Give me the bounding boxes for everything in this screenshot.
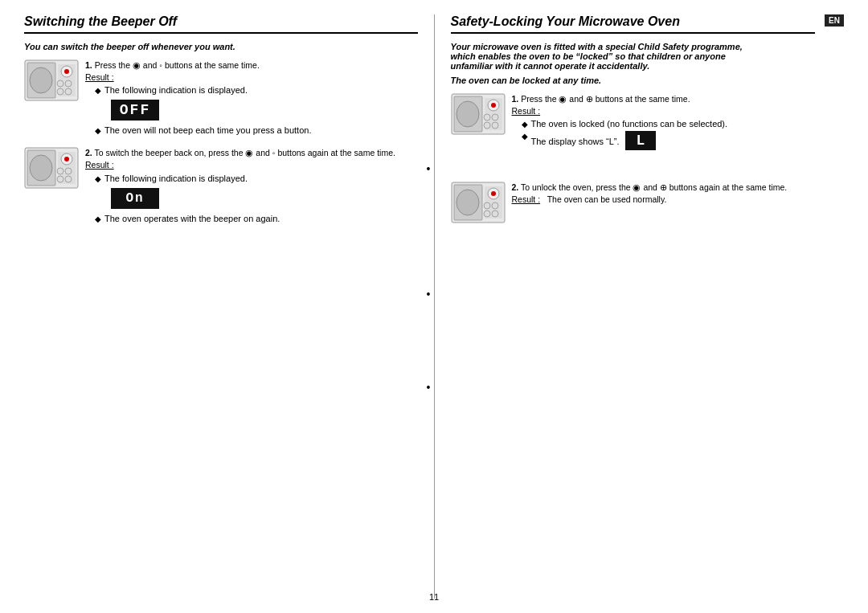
- svg-point-32: [457, 190, 479, 215]
- right-s1-bullet1: ◆ The oven is locked (no functions can b…: [522, 119, 845, 129]
- svg-point-18: [57, 176, 63, 182]
- step2-number: 2.: [85, 148, 92, 157]
- right-step2-number: 2.: [512, 182, 519, 192]
- svg-point-8: [57, 88, 63, 95]
- svg-point-16: [57, 168, 63, 174]
- diamond-icon-1: ◆: [95, 86, 101, 95]
- diamond-icon-4: ◆: [95, 215, 101, 223]
- diamond-icon-5: ◆: [522, 120, 528, 129]
- svg-point-27: [492, 114, 498, 121]
- right-s1-bullet2: ◆ The display shows “L”. L: [522, 131, 845, 150]
- svg-point-37: [492, 202, 498, 209]
- svg-point-29: [492, 122, 498, 129]
- svg-point-5: [64, 69, 69, 74]
- display-off-text: OFF: [111, 100, 159, 121]
- right-step1-text: 1. Press the ◉ and ⊕ buttons at the same…: [512, 93, 845, 116]
- bullet-dot-1: •: [427, 162, 821, 175]
- svg-point-19: [65, 176, 72, 182]
- svg-point-36: [484, 202, 490, 209]
- result-label-2: Result :: [85, 160, 114, 170]
- svg-point-2: [30, 67, 52, 93]
- diamond-icon-6: ◆: [522, 132, 528, 141]
- display-on-text: Оn: [111, 188, 159, 209]
- left-s2-bullet2: ◆ The oven operates with the beeper on a…: [95, 214, 418, 223]
- svg-point-12: [30, 155, 52, 181]
- left-step1-text: 1. Press the ◉ and ◦ buttons at the same…: [85, 59, 418, 83]
- right-step2-text: 2. To unlock the oven, press the ◉ and ⊕…: [512, 182, 845, 205]
- right-step2-content: 2. To unlock the oven, press the ◉ and ⊕…: [512, 182, 845, 205]
- svg-point-25: [491, 103, 496, 108]
- microwave-image-1: [24, 59, 79, 101]
- left-step2-text: 2. To switch the beeper back on, press t…: [85, 147, 418, 170]
- right-step1: 1. Press the ◉ and ⊕ buttons at the same…: [451, 93, 845, 153]
- svg-point-17: [65, 168, 72, 174]
- display-on: Оn: [101, 186, 418, 211]
- left-step2-content: 2. To switch the beeper back on, press t…: [85, 147, 418, 225]
- left-s1-bullet2: ◆ The oven will not beep each time you p…: [95, 125, 418, 135]
- svg-point-6: [57, 80, 63, 87]
- svg-point-15: [64, 157, 69, 161]
- display-l-text: L: [625, 131, 657, 150]
- right-subtitle: The oven can be locked at any time.: [451, 76, 845, 85]
- svg-point-39: [492, 210, 498, 217]
- left-step1: 1. Press the ◉ and ◦ buttons at the same…: [24, 59, 418, 137]
- right-header: Safety-Locking Your Microwave Oven EN: [451, 14, 845, 34]
- right-step2: 2. To unlock the oven, press the ◉ and ⊕…: [451, 182, 845, 223]
- svg-point-26: [484, 114, 490, 121]
- page-number: 11: [429, 592, 439, 602]
- svg-point-22: [457, 101, 479, 127]
- diamond-icon-3: ◆: [95, 174, 101, 183]
- left-section-title: Switching the Beeper Off: [24, 14, 418, 34]
- right-step1-content: 1. Press the ◉ and ⊕ buttons at the same…: [512, 93, 845, 153]
- left-s2-bullet1: ◆ The following indication is displayed.: [95, 174, 418, 183]
- display-off: OFF: [101, 97, 418, 123]
- svg-point-7: [65, 80, 72, 87]
- right-column: Safety-Locking Your Microwave Oven EN Yo…: [435, 14, 845, 599]
- page-container: Switching the Beeper Off You can switch …: [0, 0, 868, 613]
- left-intro: You can switch the beeper off whenever y…: [24, 42, 418, 51]
- right-step1-number: 1.: [512, 94, 519, 104]
- right-result-label-1: Result :: [512, 106, 541, 116]
- svg-point-28: [484, 122, 490, 129]
- svg-point-35: [491, 191, 496, 196]
- right-intro: Your microwave oven is fitted with a spe…: [451, 42, 845, 71]
- left-column: Switching the Beeper Off You can switch …: [24, 14, 435, 599]
- en-badge: EN: [825, 14, 844, 27]
- right-result-label-2: Result :: [512, 194, 541, 204]
- microwave-image-3: [451, 93, 506, 135]
- svg-point-9: [65, 88, 72, 95]
- bullet-dot-2: •: [427, 288, 821, 300]
- left-step1-content: 1. Press the ◉ and ◦ buttons at the same…: [85, 59, 418, 137]
- bullet-dot-3: •: [427, 381, 821, 394]
- right-section-title: Safety-Locking Your Microwave Oven: [451, 14, 816, 34]
- diamond-icon-2: ◆: [95, 126, 101, 135]
- result-label-1: Result :: [85, 72, 114, 82]
- left-s1-bullet1: ◆ The following indication is displayed.: [95, 85, 418, 95]
- step1-number: 1.: [85, 60, 92, 70]
- svg-point-38: [484, 210, 490, 217]
- left-step2: 2. To switch the beeper back on, press t…: [24, 147, 418, 225]
- microwave-image-4: [451, 182, 506, 223]
- microwave-image-2: [24, 147, 79, 189]
